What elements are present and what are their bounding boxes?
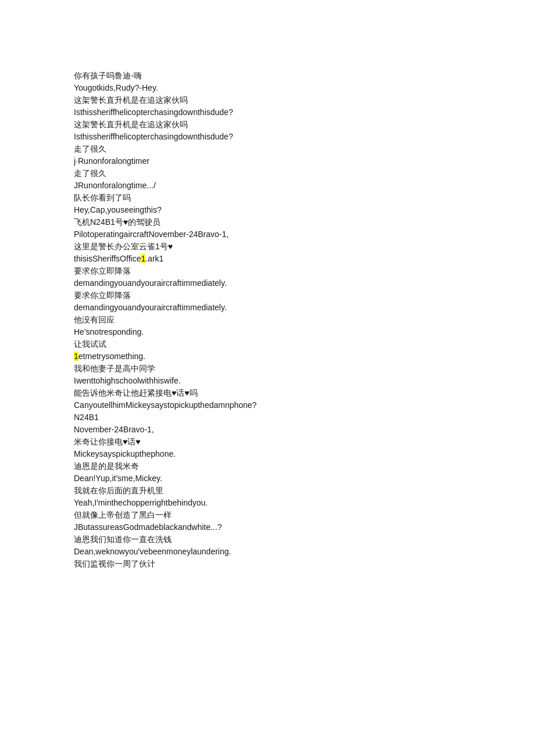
subtitle-content: 你有孩子吗鲁迪-嗨 Yougotkids,Rudy?-Hey. 这架警长直升机是… — [74, 70, 461, 570]
line-16: thisisSheriffsOffice1.ark1 — [74, 253, 461, 265]
line-31: 米奇让你接电♥话♥ — [74, 436, 461, 448]
line-23: 让我试试 — [74, 338, 461, 350]
line-1: 你有孩子吗鲁迪-嗨 — [74, 70, 461, 82]
line-28: CanyoutellhimMickeysaystopickupthedamnph… — [74, 399, 461, 411]
line-7: 走了很久 — [74, 143, 461, 155]
line-25: 我和他妻子是高中同学 — [74, 363, 461, 375]
line-24: 1etmetrysomething. — [74, 350, 461, 363]
line-2: Yougotkids,Rudy?-Hey. — [74, 82, 461, 94]
line-35: 我就在你后面的直升机里 — [74, 485, 461, 497]
line-26: Iwenttohighschoolwithhiswife. — [74, 375, 461, 387]
highlight-2: 1 — [74, 352, 79, 361]
line-11: 队长你看到了吗 — [74, 192, 461, 204]
line-39: 迪恩我们知道你一直在洗钱 — [74, 533, 461, 546]
line-19: 要求你立即降落 — [74, 289, 461, 302]
line-32: Mickeysayspickupthephone. — [74, 448, 461, 460]
line-36: Yeah,I'minthechopperrightbehindyou. — [74, 497, 461, 509]
line-22: He'snotresponding. — [74, 326, 461, 338]
line-9: 走了很久 — [74, 167, 461, 180]
line-8: j·Runonforalongtimer — [74, 155, 461, 167]
line-18: demandingyouandyouraircraftimmediately. — [74, 277, 461, 289]
line-12: Hey,Cap,youseeingthis? — [74, 204, 461, 216]
line-38: JButassureasGodmadeblackandwhite...? — [74, 521, 461, 533]
line-4: Isthissheriffhelicopterchasingdownthisdu… — [74, 106, 461, 119]
line-5: 这架警长直升机是在追这家伙吗 — [74, 119, 461, 131]
highlight-1: 1 — [141, 254, 145, 263]
line-27: 能告诉他米奇让他赶紧接电♥话♥吗 — [74, 387, 461, 399]
line-37: 但就像上帝创造了黑白一样 — [74, 509, 461, 521]
line-29: N24B1 — [74, 411, 461, 424]
line-33: 迪恩是的是我米奇 — [74, 460, 461, 472]
line-14: PilotoperatingaircraftNovember-24Bravo-1… — [74, 228, 461, 241]
line-34: Dean!Yup,it'sme,Mickey. — [74, 472, 461, 485]
line-20: demandingyouandyouraircraftimmediately. — [74, 302, 461, 314]
line-40: Dean,weknowyou'vebeenmoneylaundering. — [74, 546, 461, 558]
line-41: 我们监视你一周了伙计 — [74, 558, 461, 570]
line-3: 这架警长直升机是在追这家伙吗 — [74, 94, 461, 106]
line-30: November-24Bravo-1, — [74, 424, 461, 436]
line-13: 飞机N24B1号♥的驾驶员 — [74, 216, 461, 228]
line-10: JRunonforalongtime.../ — [74, 180, 461, 192]
line-15: 这里是警长办公室云雀1号♥ — [74, 241, 461, 253]
line-6: Isthissheriffhelicopterchasingdownthisdu… — [74, 131, 461, 143]
line-21: 他没有回应 — [74, 314, 461, 326]
line-17: 要求你立即降落 — [74, 265, 461, 277]
